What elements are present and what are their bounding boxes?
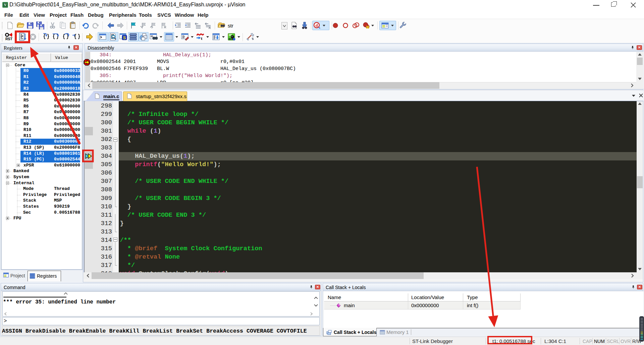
svg-text:S: S [123,35,126,40]
svg-text:RST: RST [5,37,13,41]
svg-text:t: t [201,36,203,41]
svg-text:d: d [315,23,318,28]
svg-text:V: V [4,3,7,7]
